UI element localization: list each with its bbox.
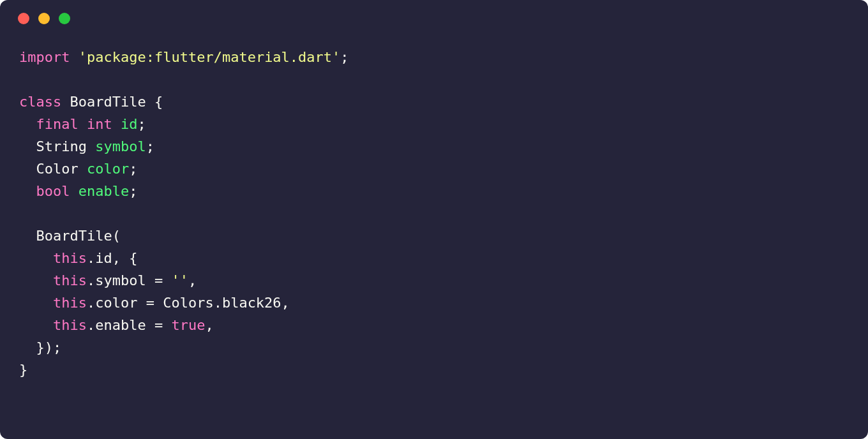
code-line: }); bbox=[19, 339, 61, 355]
code-line: BoardTile( bbox=[19, 228, 121, 244]
code-token: .id, { bbox=[87, 250, 137, 266]
code-token bbox=[19, 272, 53, 288]
code-line: bool enable; bbox=[19, 183, 137, 199]
code-line: this.color = Colors.black26, bbox=[19, 295, 290, 311]
close-icon[interactable] bbox=[18, 13, 29, 24]
code-token: ; bbox=[137, 116, 146, 132]
code-token: id bbox=[121, 116, 138, 132]
code-token: .enable = bbox=[87, 317, 171, 333]
code-token: enable bbox=[79, 183, 129, 199]
code-token bbox=[70, 183, 78, 199]
code-token: ; bbox=[129, 161, 137, 177]
code-token: .color = Colors.black26, bbox=[87, 295, 290, 311]
code-line: final int id; bbox=[19, 116, 146, 132]
code-token: true bbox=[171, 317, 205, 333]
code-line: } bbox=[19, 362, 27, 378]
code-token: ; bbox=[146, 138, 154, 154]
code-token: Color bbox=[19, 161, 87, 177]
code-token: , bbox=[188, 272, 197, 288]
code-token: this bbox=[53, 295, 87, 311]
code-token bbox=[19, 295, 53, 311]
code-token: }); bbox=[19, 339, 61, 355]
code-token: ; bbox=[129, 183, 137, 199]
code-token bbox=[112, 116, 121, 132]
code-token: int bbox=[87, 116, 112, 132]
code-token: BoardTile( bbox=[19, 228, 121, 244]
code-token: import bbox=[19, 49, 70, 65]
code-token: this bbox=[53, 272, 87, 288]
code-token bbox=[19, 183, 36, 199]
zoom-icon[interactable] bbox=[59, 13, 70, 24]
code-token bbox=[19, 317, 53, 333]
code-window: import 'package:flutter/material.dart'; … bbox=[0, 0, 868, 439]
code-token bbox=[19, 116, 36, 132]
minimize-icon[interactable] bbox=[38, 13, 50, 24]
code-token bbox=[70, 49, 78, 65]
code-token: } bbox=[19, 362, 27, 378]
code-token bbox=[79, 116, 87, 132]
code-token: BoardTile { bbox=[61, 94, 163, 110]
code-editor[interactable]: import 'package:flutter/material.dart'; … bbox=[0, 24, 868, 400]
code-token: color bbox=[87, 161, 129, 177]
code-token: .symbol = bbox=[87, 272, 171, 288]
code-token: symbol bbox=[95, 138, 146, 154]
code-line: this.id, { bbox=[19, 250, 137, 266]
code-token: this bbox=[53, 317, 87, 333]
code-token: , bbox=[205, 317, 213, 333]
code-token: 'package:flutter/material.dart' bbox=[79, 49, 341, 65]
code-line: this.symbol = '', bbox=[19, 272, 197, 288]
code-line: Color color; bbox=[19, 161, 137, 177]
code-token: class bbox=[19, 94, 61, 110]
code-token: ; bbox=[340, 49, 348, 65]
code-line: this.enable = true, bbox=[19, 317, 214, 333]
code-line: class BoardTile { bbox=[19, 94, 163, 110]
code-token: bool bbox=[36, 183, 70, 199]
code-line: import 'package:flutter/material.dart'; bbox=[19, 49, 349, 65]
code-token: this bbox=[53, 250, 87, 266]
code-line: String symbol; bbox=[19, 138, 154, 154]
window-titlebar bbox=[0, 0, 868, 24]
code-token bbox=[19, 250, 53, 266]
code-token: final bbox=[36, 116, 79, 132]
code-token: String bbox=[19, 138, 95, 154]
code-token: '' bbox=[171, 272, 188, 288]
